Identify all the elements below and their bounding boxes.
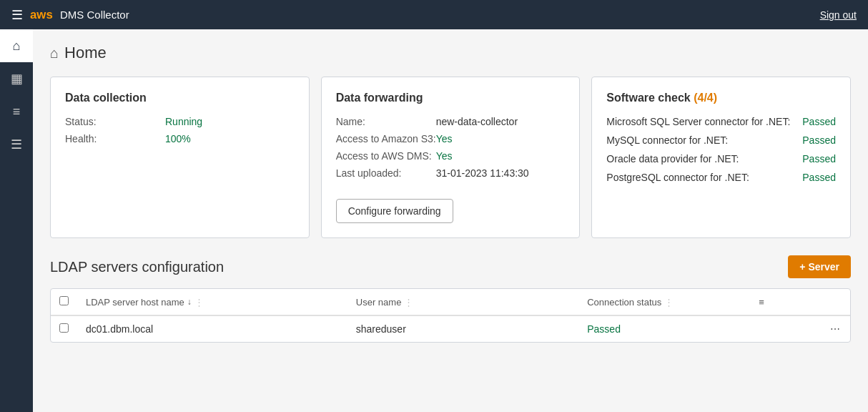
table-row: dc01.dbm.local shareduser Passed ⋯: [51, 315, 850, 342]
username-col-sep: ⋮: [404, 297, 413, 308]
page-home-icon: ⌂: [50, 45, 59, 62]
svg-text:aws: aws: [30, 7, 53, 21]
check-row-mssql: Microsoft SQL Server connector for .NET:…: [606, 116, 836, 127]
cards-row: Data collection Status: Running Health: …: [50, 77, 851, 238]
sidebar-item-home[interactable]: ⌂: [0, 29, 33, 62]
row-status-value: Passed: [587, 323, 621, 335]
hostname-col-sep: ⋮: [194, 297, 204, 308]
check-status-oracle: Passed: [802, 153, 836, 165]
fw-dms-row: Access to AWS DMS: Yes: [336, 150, 566, 162]
row-username: shareduser: [347, 315, 578, 342]
fw-dms-value: Yes: [436, 150, 453, 162]
fw-s3-value: Yes: [436, 133, 453, 144]
topnav: ☰ aws DMS Collector Sign out: [0, 0, 868, 29]
software-check-card: Software check (4/4) Microsoft SQL Serve…: [591, 77, 851, 238]
home-sidebar-icon: ⌂: [13, 39, 21, 54]
fw-s3-row: Access to Amazon S3: Yes: [336, 133, 566, 144]
check-label-postgresql: PostgreSQL connector for .NET:: [606, 172, 791, 183]
fw-name-row: Name: new-data-collector: [336, 116, 566, 127]
check-label-mssql: Microsoft SQL Server connector for .NET:: [606, 116, 791, 127]
fw-uploaded-row: Last uploaded: 31-01-2023 11:43:30: [336, 167, 566, 179]
check-status-mysql: Passed: [802, 134, 836, 146]
database-sidebar-icon: ▦: [11, 71, 23, 87]
data-forwarding-title: Data forwarding: [336, 92, 566, 104]
col-header-checkbox: [51, 289, 77, 315]
health-label: Health:: [65, 133, 165, 144]
status-col-sep: ⋮: [664, 297, 674, 308]
health-value: 100%: [165, 133, 191, 144]
status-value: Running: [165, 116, 202, 127]
fw-uploaded-label: Last uploaded:: [336, 167, 436, 179]
ldap-table: LDAP server host name ↓ ⋮ User name ⋮: [51, 289, 850, 342]
check-label-oracle: Oracle data provider for .NET:: [606, 153, 791, 165]
page-title: Home: [64, 44, 107, 62]
fw-s3-label: Access to Amazon S3:: [336, 133, 436, 144]
check-status-postgresql: Passed: [802, 172, 836, 183]
row-actions-cell: ⋯: [773, 315, 850, 342]
status-label: Status:: [65, 116, 165, 127]
sidebar-item-reports[interactable]: ≡: [0, 95, 33, 128]
topnav-left: ☰ aws DMS Collector: [11, 7, 129, 23]
sidebar-item-database[interactable]: ▦: [0, 62, 33, 95]
app-title: DMS Collector: [60, 9, 129, 21]
health-row: Health: 100%: [65, 133, 295, 144]
ldap-header: LDAP servers configuration + Server: [50, 255, 851, 278]
col-header-hostname: LDAP server host name ↓ ⋮: [77, 289, 347, 315]
col-header-username: User name ⋮: [347, 289, 578, 315]
ldap-table-head: LDAP server host name ↓ ⋮ User name ⋮: [51, 289, 850, 315]
check-row-postgresql: PostgreSQL connector for .NET: Passed: [606, 172, 836, 183]
settings-sidebar-icon: ☰: [11, 137, 22, 152]
fw-dms-label: Access to AWS DMS:: [336, 150, 436, 162]
add-server-button[interactable]: + Server: [788, 255, 851, 278]
col-header-status: Connection status ⋮ ≡: [578, 289, 773, 315]
data-collection-card: Data collection Status: Running Health: …: [50, 77, 310, 238]
data-forwarding-card: Data forwarding Name: new-data-collector…: [321, 77, 581, 238]
ldap-title: LDAP servers configuration: [50, 259, 224, 275]
check-row-oracle: Oracle data provider for .NET: Passed: [606, 153, 836, 165]
ldap-section: LDAP servers configuration + Server LDAP…: [50, 255, 851, 343]
ldap-table-wrapper: LDAP server host name ↓ ⋮ User name ⋮: [50, 288, 851, 343]
row-actions-menu-icon[interactable]: ⋯: [830, 323, 842, 335]
ldap-table-header-row: LDAP server host name ↓ ⋮ User name ⋮: [51, 289, 850, 315]
hamburger-icon[interactable]: ☰: [11, 7, 23, 23]
fw-name-label: Name:: [336, 116, 436, 127]
col-header-actions: [773, 289, 850, 315]
software-check-badge: (4/4): [694, 92, 717, 104]
layout: ⌂ ▦ ≡ ☰ ⌂ Home Data collection Status: R…: [0, 29, 868, 412]
col-view-icon[interactable]: ≡: [759, 297, 764, 308]
sidebar-item-settings[interactable]: ☰: [0, 128, 33, 161]
check-label-mysql: MySQL connector for .NET:: [606, 134, 791, 146]
status-col-label: Connection status: [587, 297, 661, 308]
sign-out-link[interactable]: Sign out: [820, 9, 857, 21]
fw-name-value: new-data-collector: [436, 116, 518, 127]
data-collection-title: Data collection: [65, 92, 295, 104]
ldap-table-body: dc01.dbm.local shareduser Passed ⋯: [51, 315, 850, 342]
row-checkbox-cell: [51, 315, 77, 342]
reports-sidebar-icon: ≡: [13, 104, 21, 119]
hostname-sort-icon[interactable]: ↓: [187, 297, 192, 307]
fw-uploaded-value: 31-01-2023 11:43:30: [436, 167, 529, 179]
sidebar: ⌂ ▦ ≡ ☰: [0, 29, 33, 412]
check-status-mssql: Passed: [802, 116, 836, 127]
hostname-col-label: LDAP server host name: [86, 297, 184, 308]
row-checkbox[interactable]: [59, 323, 69, 333]
select-all-checkbox[interactable]: [59, 296, 69, 305]
status-row: Status: Running: [65, 116, 295, 127]
username-col-label: User name: [356, 297, 402, 308]
configure-forwarding-button[interactable]: Configure forwarding: [336, 199, 453, 223]
software-check-title: Software check (4/4): [606, 92, 836, 104]
aws-logo: aws DMS Collector: [30, 7, 129, 23]
aws-logo-icon: aws: [30, 7, 56, 23]
page-title-row: ⌂ Home: [50, 44, 851, 62]
row-status: Passed: [578, 315, 773, 342]
main-content: ⌂ Home Data collection Status: Running H…: [33, 29, 868, 412]
row-hostname: dc01.dbm.local: [77, 315, 347, 342]
check-row-mysql: MySQL connector for .NET: Passed: [606, 134, 836, 146]
